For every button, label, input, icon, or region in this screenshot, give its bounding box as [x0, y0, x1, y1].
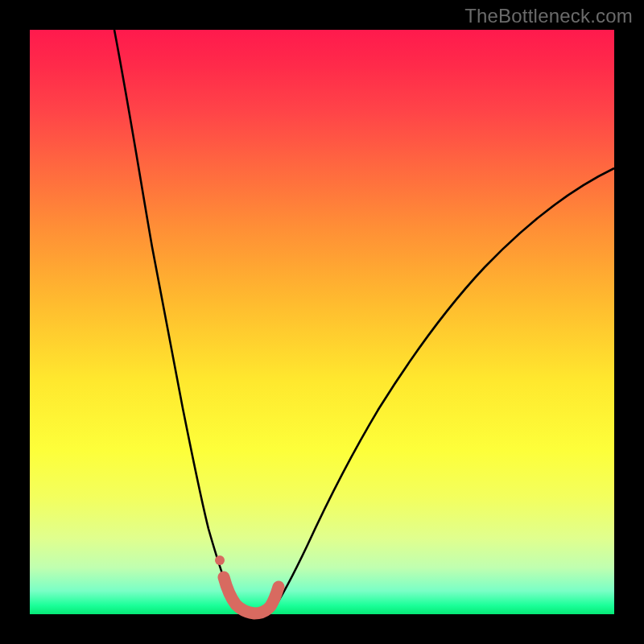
watermark-text: TheBottleneck.com [464, 5, 633, 27]
chart-svg [30, 30, 614, 614]
marker-dot [215, 555, 225, 565]
right-curve [272, 168, 614, 611]
plot-area [30, 30, 614, 614]
chart-frame: TheBottleneck.com [0, 0, 644, 644]
marker-band [224, 577, 279, 613]
left-curve [114, 30, 240, 612]
